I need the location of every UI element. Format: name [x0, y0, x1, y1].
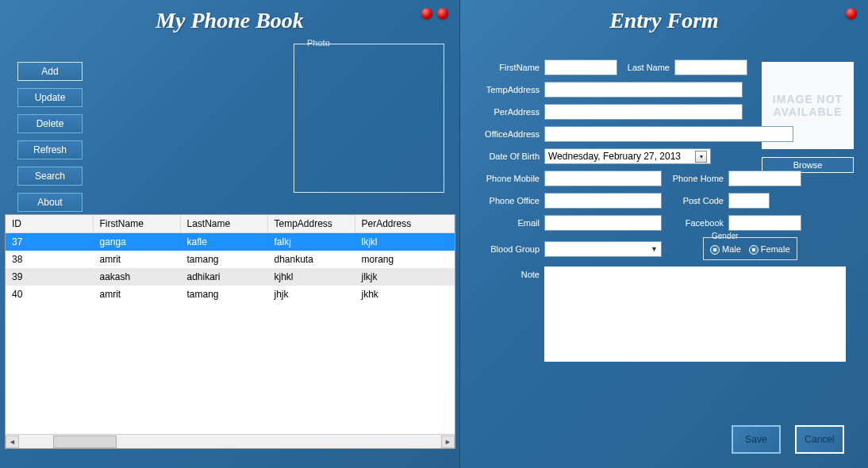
lastname-field[interactable]: [674, 59, 747, 75]
phonehome-field[interactable]: [728, 171, 801, 186]
firstname-field[interactable]: [544, 59, 617, 75]
entry-form-title: Entry Form: [460, 0, 868, 38]
dob-datepicker[interactable]: Wednesday, February 27, 2013 ▾: [544, 148, 711, 164]
window-control-dot-3[interactable]: [846, 8, 857, 19]
calendar-dropdown-icon[interactable]: ▾: [695, 151, 707, 163]
photo-legend: Photo: [304, 38, 333, 48]
cell: amrit: [93, 251, 180, 268]
window-control-dot-1[interactable]: [421, 8, 432, 19]
peraddress-label: PerAddress: [474, 107, 540, 117]
col-firstname[interactable]: FirstName: [93, 215, 180, 233]
cell: 39: [6, 268, 93, 286]
postcode-field[interactable]: [728, 193, 770, 209]
table-row[interactable]: 40 amrit tamang jhjk jkhk: [6, 286, 455, 303]
col-id[interactable]: ID: [6, 215, 93, 233]
col-peraddress[interactable]: PerAddress: [355, 215, 455, 233]
email-label: Email: [474, 218, 540, 228]
firstname-label: FirstName: [474, 63, 540, 72]
male-label: Male: [722, 244, 741, 254]
col-tempaddress[interactable]: TempAddress: [267, 215, 355, 233]
phoneoffice-field[interactable]: [544, 193, 662, 209]
cell: tamang: [180, 286, 267, 303]
contacts-table: ID FirstName LastName TempAddress PerAdd…: [6, 215, 455, 303]
phone-book-title: My Phone Book: [0, 0, 459, 38]
cell: tamang: [180, 251, 267, 268]
scroll-thumb[interactable]: [53, 435, 117, 448]
cell: amrit: [93, 286, 180, 303]
horizontal-scrollbar[interactable]: ◄ ►: [6, 434, 455, 448]
photo-groupbox: Photo: [294, 44, 444, 193]
dob-value: Wednesday, February 27, 2013: [548, 151, 681, 162]
male-radio[interactable]: Male: [710, 244, 741, 255]
cell: falkj: [267, 233, 355, 251]
cell: aakash: [93, 268, 180, 286]
female-label: Female: [761, 244, 790, 254]
female-radio[interactable]: Female: [749, 244, 790, 255]
window-control-dot-2[interactable]: [437, 8, 448, 19]
officeaddress-label: OfficeAddress: [474, 129, 540, 139]
table-header-row: ID FirstName LastName TempAddress PerAdd…: [6, 215, 455, 233]
cell: 38: [6, 251, 93, 268]
table-row[interactable]: 37 ganga kafle falkj lkjkl: [6, 233, 455, 251]
phoneoffice-label: Phone Office: [474, 196, 540, 205]
refresh-button[interactable]: Refresh: [17, 140, 83, 159]
dob-label: Date Of Birth: [474, 152, 540, 161]
col-lastname[interactable]: LastName: [180, 215, 267, 233]
note-label: Note: [474, 267, 540, 279]
lastname-label: Last Name: [622, 63, 670, 72]
about-button[interactable]: About: [17, 193, 83, 212]
officeaddress-field[interactable]: [544, 126, 793, 142]
table-row[interactable]: 38 amrit tamang dhankuta morang: [6, 251, 455, 268]
note-field[interactable]: [544, 267, 846, 362]
cell: dhankuta: [267, 251, 355, 268]
table-row[interactable]: 39 aakash adhikari kjhkl jlkjk: [6, 268, 455, 286]
form-action-row: Save Cancel: [732, 425, 844, 454]
scroll-right-arrow-icon[interactable]: ►: [441, 435, 455, 448]
radio-icon: [749, 245, 759, 255]
action-button-column: Add Update Delete Refresh Search About: [17, 62, 83, 212]
cancel-button[interactable]: Cancel: [795, 425, 844, 454]
cell: 40: [6, 286, 93, 303]
save-button[interactable]: Save: [732, 425, 781, 454]
search-button[interactable]: Search: [17, 167, 83, 186]
facebook-field[interactable]: [728, 215, 801, 231]
postcode-label: Post Code: [666, 196, 724, 205]
peraddress-field[interactable]: [544, 104, 743, 120]
scroll-left-arrow-icon[interactable]: ◄: [6, 435, 19, 448]
tempaddress-field[interactable]: [544, 82, 743, 98]
cell: jkhk: [355, 286, 455, 303]
bloodgroup-label: Blood Group: [474, 244, 540, 254]
update-button[interactable]: Update: [17, 88, 83, 107]
cell: morang: [355, 251, 455, 268]
cell: 37: [6, 233, 93, 251]
delete-button[interactable]: Delete: [17, 114, 83, 133]
email-field[interactable]: [544, 215, 662, 231]
phonemobile-field[interactable]: [544, 171, 662, 186]
tempaddress-label: TempAddress: [474, 85, 540, 94]
cell: kafle: [180, 233, 267, 251]
add-button[interactable]: Add: [17, 62, 83, 81]
cell: adhikari: [180, 268, 267, 286]
gender-groupbox: Gender Male Female: [703, 237, 797, 260]
facebook-label: Facebook: [666, 218, 724, 228]
cell: jhjk: [267, 286, 355, 303]
phonemobile-label: Phone Mobile: [474, 174, 540, 183]
phonehome-label: Phone Home: [666, 174, 724, 183]
cell: kjhkl: [267, 268, 355, 286]
entry-form-window: Entry Form IMAGE NOT AVAILABLE Browse Fi…: [460, 0, 868, 468]
contacts-grid[interactable]: ID FirstName LastName TempAddress PerAdd…: [5, 214, 455, 449]
chevron-down-icon: ▼: [651, 245, 658, 253]
bloodgroup-combobox[interactable]: ▼: [544, 241, 662, 257]
gender-legend: Gender: [710, 232, 739, 240]
cell: lkjkl: [355, 233, 455, 251]
cell: ganga: [93, 233, 180, 251]
radio-icon: [710, 245, 720, 255]
form-area: FirstName Last Name TempAddress PerAddre…: [460, 59, 868, 368]
cell: jlkjk: [355, 268, 455, 286]
phone-book-window: My Phone Book Add Update Delete Refresh …: [0, 0, 460, 468]
